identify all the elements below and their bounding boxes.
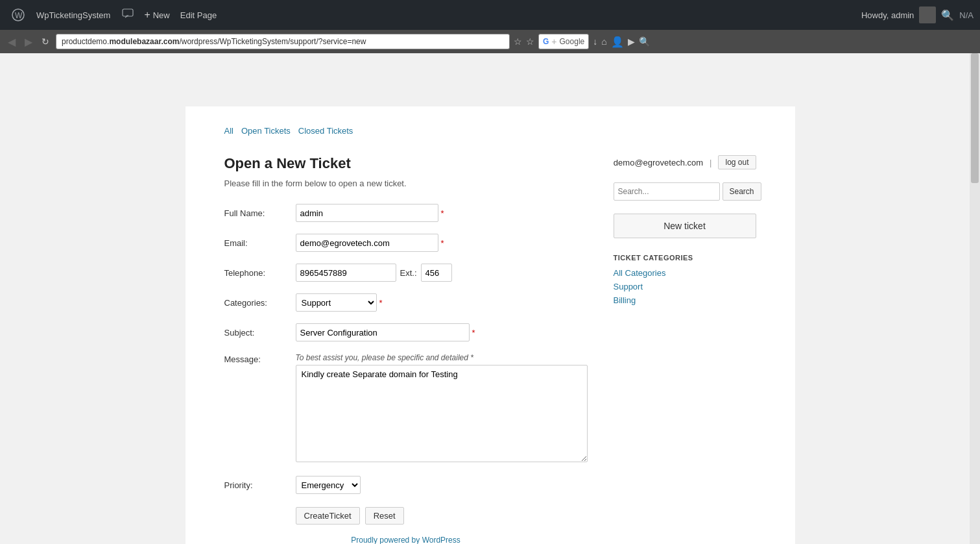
priority-label: Priority: (224, 480, 296, 490)
reload-button[interactable]: ↻ (39, 35, 52, 48)
forward-button[interactable]: ▶ (22, 34, 35, 49)
new-ticket-button[interactable]: New ticket (614, 214, 756, 238)
ext-label: Ext.: (400, 268, 417, 278)
email-label: Email: (224, 238, 296, 248)
admin-bar-edit-page[interactable]: Edit Page (175, 10, 222, 20)
logout-button[interactable]: log out (718, 155, 756, 169)
search-input[interactable] (614, 182, 720, 201)
ext-input[interactable] (421, 264, 452, 282)
full-name-label: Full Name: (224, 208, 296, 218)
back-button[interactable]: ◀ (5, 34, 18, 49)
user-email: demo@egrovetech.com (614, 158, 703, 167)
scrollbar-thumb[interactable] (971, 53, 979, 183)
telephone-row: Telephone: Ext.: (224, 264, 588, 282)
url-bar[interactable]: productdemo.modulebazaar.com/wordpress/W… (56, 34, 510, 49)
phone-row: Ext.: (296, 264, 452, 282)
admin-bar-new-label: New (153, 10, 170, 20)
email-input[interactable] (296, 234, 438, 252)
ticket-nav: All Open Tickets Closed Tickets (224, 126, 756, 136)
message-hint: To best assist you, please be specific a… (296, 353, 588, 362)
footer-link[interactable]: Proudly powered by WordPress (351, 536, 460, 544)
search-icon[interactable]: 🔍 (941, 9, 954, 21)
form-description: Please fill in the form below to open a … (224, 179, 588, 188)
reset-button[interactable]: Reset (365, 507, 404, 525)
search-row: Search (614, 182, 756, 201)
message-row: Message: To best assist you, please be s… (224, 353, 588, 464)
form-column: Open a New Ticket Please fill in the for… (224, 155, 588, 544)
admin-bar-new[interactable]: + New (139, 9, 174, 21)
admin-bar-comments-icon[interactable] (117, 8, 139, 21)
star-icon: ☆ (526, 36, 534, 47)
telephone-input[interactable] (296, 264, 396, 282)
create-ticket-button[interactable]: CreateTicket (296, 507, 360, 525)
priority-row: Priority: Emergency High Medium Low (224, 476, 588, 494)
ticket-categories-section: TICKET CATEGORIES All Categories Support… (614, 254, 756, 305)
required-star-subject: * (472, 328, 475, 338)
nav-closed-tickets[interactable]: Closed Tickets (298, 126, 353, 136)
main-wrapper: All Open Tickets Closed Tickets Open a N… (0, 106, 980, 544)
wp-icon[interactable]: W (6, 0, 30, 30)
sidebar-user-info: demo@egrovetech.com | log out (614, 155, 756, 169)
priority-select[interactable]: Emergency High Medium Low (296, 476, 361, 494)
sidebar-category-support[interactable]: Support (614, 282, 756, 291)
content-columns: Open a New Ticket Please fill in the for… (224, 155, 756, 544)
categories-label: Categories: (224, 298, 296, 308)
telephone-label: Telephone: (224, 268, 296, 278)
message-col: To best assist you, please be specific a… (296, 353, 588, 464)
browser-right-icons: ☆ ☆ G + Google ↓ ⌂ 👤 ▶ 🔍 (514, 34, 650, 49)
categories-row: Categories: Support Billing General * (224, 293, 588, 312)
page-footer: Proudly powered by WordPress (224, 525, 588, 544)
sidebar-column: demo@egrovetech.com | log out Search New… (614, 155, 756, 544)
subject-row: Subject: * (224, 323, 588, 341)
required-star-email: * (441, 238, 444, 248)
nav-all[interactable]: All (224, 126, 233, 136)
message-label: Message: (224, 354, 296, 364)
search-button[interactable]: Search (723, 182, 761, 201)
browser-search-box[interactable]: G + Google (538, 34, 589, 49)
home-icon[interactable]: ⌂ (601, 36, 606, 47)
browser-bar: ◀ ▶ ↻ productdemo.modulebazaar.com/wordp… (0, 30, 980, 53)
admin-bar: W WpTicketingSystem + New Edit Page Howd… (0, 0, 980, 30)
svg-text:W: W (15, 11, 23, 20)
admin-avatar (919, 6, 936, 23)
form-buttons: CreateTicket Reset (296, 507, 588, 525)
sidebar-separator: | (710, 158, 711, 167)
categories-select[interactable]: Support Billing General (296, 293, 377, 312)
sidebar-category-all[interactable]: All Categories (614, 268, 756, 278)
na-label: N/A (959, 10, 974, 20)
bookmark-icon[interactable]: ☆ (514, 36, 522, 47)
admin-bar-site-name[interactable]: WpTicketingSystem (30, 10, 117, 20)
svg-rect-2 (123, 9, 133, 16)
search-icon-2[interactable]: 🔍 (639, 36, 650, 47)
required-star-categories: * (379, 298, 383, 308)
form-heading: Open a New Ticket (224, 155, 588, 172)
howdy-text: Howdy, admin (861, 10, 914, 20)
download-icon[interactable]: ↓ (593, 36, 597, 47)
google-logo: G (543, 37, 549, 46)
subject-label: Subject: (224, 328, 296, 338)
categories-section-title: TICKET CATEGORIES (614, 254, 756, 262)
page-container: All Open Tickets Closed Tickets Open a N… (185, 106, 795, 544)
url-text: productdemo.modulebazaar.com/wordpress/W… (62, 37, 366, 46)
sidebar-category-billing[interactable]: Billing (614, 295, 756, 305)
required-star-name: * (441, 208, 444, 218)
full-name-row: Full Name: * (224, 204, 588, 222)
scrollbar[interactable] (970, 53, 980, 544)
message-textarea[interactable]: Kindly create Separate domain for Testin… (296, 365, 588, 462)
search-separator: + (551, 36, 556, 47)
email-row: Email: * (224, 234, 588, 252)
admin-bar-right: Howdy, admin 🔍 N/A (861, 6, 974, 23)
full-name-input[interactable] (296, 204, 438, 222)
menu-icon[interactable]: ▶ (628, 36, 635, 47)
subject-input[interactable] (296, 323, 470, 341)
nav-open-tickets[interactable]: Open Tickets (241, 126, 291, 136)
google-label: Google (560, 37, 585, 46)
profile-icon[interactable]: 👤 (611, 36, 624, 48)
plus-icon: + (144, 9, 150, 21)
